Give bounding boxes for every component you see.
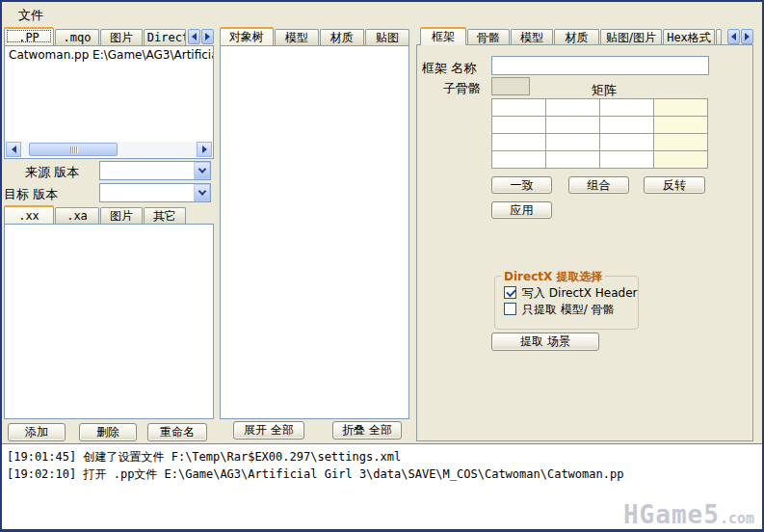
log-output: [19:01:45] 创建了设置文件 F:\Temp\Rar$EX00.297\… <box>2 443 762 529</box>
tab-image[interactable]: 图片 <box>100 29 143 45</box>
tab-xa[interactable]: .xa <box>55 207 99 224</box>
detail-tabstrip: 框架 骨骼 模型 材质 贴图/图片 Hex格式 <box>420 27 753 45</box>
scrollbar-thumb[interactable] <box>29 143 118 156</box>
tab-other[interactable]: 其它 <box>144 207 186 224</box>
tab-hex[interactable]: Hex格式 <box>663 29 715 45</box>
chevron-down-icon[interactable] <box>194 184 210 201</box>
watermark: HGame5.com <box>623 506 754 527</box>
matrix-cell[interactable] <box>600 134 654 151</box>
tab-scroll-left-icon[interactable] <box>727 29 740 44</box>
tab-material2[interactable]: 材质 <box>554 29 599 45</box>
matrix-cell[interactable] <box>654 99 708 117</box>
matrix-cell[interactable] <box>654 117 708 134</box>
matrix-cell[interactable] <box>492 151 546 169</box>
matrix-cell[interactable] <box>600 99 654 117</box>
matrix-cell[interactable] <box>600 117 654 134</box>
only-model-bone-label: 只提取 模型/ 骨骼 <box>522 302 615 318</box>
tab-object-tree[interactable]: 对象树 <box>220 27 274 45</box>
write-header-label: 写入 DirectX Header <box>522 285 637 302</box>
matrix-cell[interactable] <box>492 134 546 151</box>
tab-directx[interactable]: Direct <box>144 29 186 45</box>
tab-image2[interactable]: 图片 <box>100 207 143 224</box>
apply-button[interactable]: 应用 <box>491 201 552 219</box>
matrix-cell[interactable] <box>654 134 708 151</box>
file-list-hscrollbar[interactable] <box>6 142 212 157</box>
tab-mqo[interactable]: .mqo <box>55 29 99 45</box>
rename-button[interactable]: 重命名 <box>147 423 207 441</box>
frame-name-label: 框架 名称 <box>422 60 476 77</box>
extract-scene-button[interactable]: 提取 场景 <box>491 332 599 351</box>
tab-scroll-left-icon[interactable] <box>188 29 200 44</box>
sub-bone-label: 子骨骼 <box>443 80 481 97</box>
file-type-tabstrip: .PP .mqo 图片 Direct <box>4 27 214 45</box>
sub-bone-box <box>491 77 530 95</box>
tab-pp[interactable]: .PP <box>4 27 54 45</box>
tab-scroll-arrows <box>188 29 214 44</box>
tab-scroll-right-icon[interactable] <box>741 29 753 44</box>
menu-bar: 文件 <box>2 2 762 25</box>
matrix-cell[interactable] <box>492 117 546 134</box>
directx-groupbox: DirectX 提取选择 写入 DirectX Header 只提取 模型/ 骨… <box>494 276 639 330</box>
file-list[interactable]: Catwoman.pp E:\Game\AG3\Artificial Girl <box>4 45 214 159</box>
source-version-label: 来源 版本 <box>25 164 79 181</box>
tab-model[interactable]: 模型 <box>275 29 319 45</box>
matrix-cell[interactable] <box>546 151 600 169</box>
tab-model2[interactable]: 模型 <box>511 29 553 45</box>
model-file-list[interactable] <box>4 224 214 419</box>
log-line: [19:02:10] 打开 .pp文件 E:\Game\AG3\Artifici… <box>7 466 757 483</box>
model-type-tabstrip: .xx .xa 图片 其它 <box>4 205 214 224</box>
matrix-grid <box>491 98 708 169</box>
tab-xx[interactable]: .xx <box>4 205 54 224</box>
app-window: 文件 .PP .mqo 图片 Direct Catwoman.pp E:\Gam… <box>0 0 764 532</box>
matrix-cell[interactable] <box>546 117 600 134</box>
scroll-right-icon[interactable] <box>197 142 212 157</box>
tab-scroll-right-icon[interactable] <box>201 29 214 44</box>
matrix-cell[interactable] <box>492 99 546 117</box>
matrix-cell[interactable] <box>546 134 600 151</box>
tab-material[interactable]: 材质 <box>320 29 364 45</box>
object-tree[interactable] <box>220 45 409 419</box>
invert-button[interactable]: 反转 <box>644 176 705 194</box>
add-button[interactable]: 添加 <box>8 423 66 441</box>
source-version-combo[interactable] <box>99 161 211 180</box>
object-tabstrip: 对象树 模型 材质 贴图 <box>220 27 410 45</box>
tab-frame[interactable]: 框架 <box>420 27 466 45</box>
tab-bone[interactable]: 骨骼 <box>467 29 510 45</box>
menu-file[interactable]: 文件 <box>14 6 47 25</box>
expand-all-button[interactable]: 展开 全部 <box>233 421 304 439</box>
tab-texture[interactable]: 贴图 <box>365 29 409 45</box>
write-header-checkbox[interactable] <box>504 286 516 299</box>
delete-button[interactable]: 删除 <box>79 423 137 441</box>
detail-tab-scroll-arrows <box>727 29 753 44</box>
file-list-item[interactable]: Catwoman.pp E:\Game\AG3\Artificial Girl <box>5 46 213 64</box>
tab-texture-image[interactable]: 贴图/图片 <box>600 29 662 45</box>
matrix-cell[interactable] <box>600 151 654 169</box>
frame-name-input[interactable] <box>491 56 709 75</box>
directx-group-title: DirectX 提取选择 <box>501 269 605 285</box>
chevron-down-icon[interactable] <box>194 162 210 179</box>
collapse-all-button[interactable]: 折叠 全部 <box>332 421 402 439</box>
target-version-label: 目标 版本 <box>4 186 58 203</box>
scroll-left-icon[interactable] <box>6 142 21 157</box>
identity-button[interactable]: 一致 <box>491 176 552 194</box>
combine-button[interactable]: 组合 <box>568 176 629 194</box>
log-line: [19:01:45] 创建了设置文件 F:\Temp\Rar$EX00.297\… <box>7 448 757 466</box>
target-version-combo[interactable] <box>99 183 211 202</box>
only-model-bone-checkbox[interactable] <box>504 303 516 315</box>
matrix-cell[interactable] <box>546 99 600 117</box>
matrix-label: 矩阵 <box>570 82 638 99</box>
matrix-cell[interactable] <box>654 151 708 169</box>
tab-partial[interactable] <box>716 29 722 45</box>
